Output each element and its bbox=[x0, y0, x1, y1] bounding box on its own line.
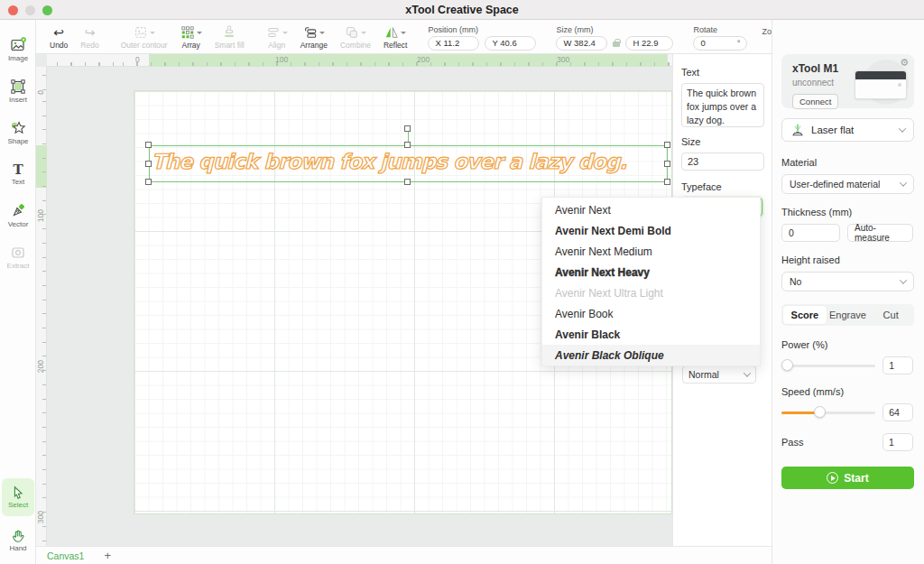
sidebar-item-label: Text bbox=[12, 178, 25, 186]
rotate-input[interactable]: 0 ° bbox=[693, 36, 747, 51]
arrange-button[interactable]: Arrange bbox=[294, 25, 334, 50]
position-label: Position (mm) bbox=[428, 25, 536, 34]
chevron-down-icon bbox=[899, 125, 906, 132]
sidebar-item-vector[interactable]: Vector bbox=[2, 197, 34, 235]
extract-icon bbox=[10, 245, 26, 261]
size-group: Size (mm) W 382.4 H 22.9 bbox=[550, 25, 679, 51]
speed-slider-knob[interactable] bbox=[814, 406, 826, 418]
rotate-label: Rotate bbox=[693, 25, 747, 34]
align-button[interactable]: Align bbox=[260, 25, 294, 50]
font-option-highlighted[interactable]: Avenir Black Oblique bbox=[542, 345, 760, 365]
array-icon bbox=[180, 25, 195, 40]
resize-handle-top-right[interactable] bbox=[664, 142, 670, 148]
font-option[interactable]: Avenir Book bbox=[542, 303, 760, 324]
ruler-ticks bbox=[42, 67, 46, 546]
array-button[interactable]: Array bbox=[174, 25, 208, 50]
font-option[interactable]: Avenir Next Ultra Light bbox=[542, 282, 760, 303]
tab-engrave[interactable]: Engrave bbox=[827, 306, 870, 324]
canvas-tab[interactable]: Canvas1 bbox=[47, 550, 84, 561]
font-size-input[interactable]: 23 bbox=[681, 153, 764, 171]
sidebar-item-text[interactable]: T Text bbox=[2, 155, 34, 193]
font-option[interactable]: Avenir Next Heavy bbox=[542, 262, 760, 282]
laser-flat-icon bbox=[790, 123, 805, 137]
chevron-down-icon bbox=[744, 369, 751, 376]
outer-contour-button[interactable]: Outer contour bbox=[115, 25, 174, 50]
minimize-window-button[interactable] bbox=[25, 5, 35, 15]
sidebar-item-image[interactable]: Image bbox=[2, 31, 34, 69]
width-input[interactable]: W 382.4 bbox=[556, 36, 607, 51]
sidebar-item-label: Image bbox=[8, 54, 28, 62]
combine-icon bbox=[345, 25, 359, 40]
tab-cut[interactable]: Cut bbox=[869, 306, 912, 324]
processing-mode-tabs: Score Engrave Cut bbox=[781, 304, 914, 326]
power-slider-knob[interactable] bbox=[781, 359, 793, 371]
laser-module-select[interactable]: Laser flat bbox=[781, 118, 914, 142]
ruler-number: 300 bbox=[557, 55, 569, 64]
combine-button[interactable]: Combine bbox=[334, 25, 377, 50]
undo-icon: ↩ bbox=[53, 26, 64, 39]
shape-icon bbox=[10, 120, 26, 136]
dropdown-caret-icon bbox=[150, 32, 155, 34]
device-panel: ⚙ xTool M1 unconnect Connect Laser flat … bbox=[772, 20, 924, 564]
pass-input[interactable]: 1 bbox=[882, 433, 913, 451]
undo-button[interactable]: ↩ Undo bbox=[43, 25, 74, 50]
position-y-input[interactable]: Y 40.6 bbox=[485, 36, 536, 51]
size-field-label: Size bbox=[681, 136, 762, 147]
typeface-field-label: Typeface bbox=[681, 181, 762, 192]
reflect-button[interactable]: Reflect bbox=[377, 25, 413, 50]
rotate-handle[interactable] bbox=[404, 125, 411, 132]
add-canvas-button[interactable]: + bbox=[104, 550, 111, 561]
font-option[interactable]: Avenir Black bbox=[542, 324, 760, 345]
resize-handle-bottom-center[interactable] bbox=[404, 179, 411, 185]
sidebar-tool-hand[interactable]: Hand bbox=[2, 522, 34, 559]
sidebar-item-extract[interactable]: Extract bbox=[2, 238, 34, 276]
chevron-down-icon bbox=[900, 179, 907, 186]
sidebar-item-label: Insert bbox=[9, 96, 27, 104]
font-option[interactable]: Avenir Next Medium bbox=[542, 241, 760, 262]
material-select[interactable]: User-defined material bbox=[781, 174, 914, 194]
smart-fill-button[interactable]: Smart fill bbox=[208, 25, 251, 50]
speed-slider[interactable] bbox=[781, 406, 875, 419]
thickness-input[interactable]: 0 bbox=[781, 224, 840, 242]
sidebar-item-label: Extract bbox=[7, 262, 30, 270]
resize-handle-middle-left[interactable] bbox=[145, 161, 152, 167]
play-icon bbox=[827, 472, 838, 484]
height-input[interactable]: H 22.9 bbox=[625, 36, 673, 51]
resize-handle-top-center[interactable] bbox=[404, 142, 411, 148]
resize-handle-bottom-right[interactable] bbox=[664, 179, 670, 185]
zoom-label-clipped: Zo bbox=[762, 27, 772, 36]
resize-handle-middle-right[interactable] bbox=[664, 161, 670, 167]
resize-handle-top-left[interactable] bbox=[145, 142, 152, 148]
dropdown-caret-icon bbox=[401, 32, 406, 34]
maximize-window-button[interactable] bbox=[42, 5, 52, 15]
resize-handle-bottom-left[interactable] bbox=[145, 179, 152, 185]
sidebar-item-shape[interactable]: Shape bbox=[2, 114, 34, 152]
tab-score[interactable]: Score bbox=[783, 306, 827, 324]
insert-icon bbox=[10, 79, 26, 95]
power-slider[interactable] bbox=[781, 359, 875, 372]
font-option[interactable]: Avenir Next bbox=[542, 199, 760, 220]
start-button[interactable]: Start bbox=[781, 467, 914, 489]
ruler-number: 300 bbox=[36, 511, 45, 523]
ruler-number: 100 bbox=[275, 55, 288, 64]
size-label: Size (mm) bbox=[556, 25, 673, 34]
window-title: xTool Creative Space bbox=[405, 4, 519, 16]
aspect-lock-icon[interactable] bbox=[613, 42, 620, 47]
dropdown-caret-icon bbox=[361, 32, 366, 34]
height-raised-select[interactable]: No bbox=[781, 272, 914, 291]
sidebar-tool-select[interactable]: Select bbox=[2, 478, 34, 516]
canvas-text-object[interactable]: The quick brown fox jumps over a lazy do… bbox=[152, 150, 626, 173]
connect-button[interactable]: Connect bbox=[792, 94, 838, 109]
font-option[interactable]: Avenir Next Demi Bold bbox=[542, 220, 760, 241]
position-x-input[interactable]: X 11.2 bbox=[428, 36, 479, 51]
ruler-ticks bbox=[47, 62, 672, 66]
auto-measure-button[interactable]: Auto-measure bbox=[847, 224, 913, 242]
sidebar-item-insert[interactable]: Insert bbox=[2, 72, 34, 110]
style-select[interactable]: Normal bbox=[682, 365, 756, 384]
text-content-input[interactable]: The quick brown fox jumps over a lazy do… bbox=[681, 83, 764, 127]
ruler-number: 0 bbox=[36, 90, 45, 95]
power-input[interactable]: 1 bbox=[882, 356, 913, 374]
close-window-button[interactable] bbox=[8, 5, 18, 15]
redo-button[interactable]: ↪ Redo bbox=[74, 25, 105, 50]
speed-input[interactable]: 64 bbox=[882, 403, 913, 421]
